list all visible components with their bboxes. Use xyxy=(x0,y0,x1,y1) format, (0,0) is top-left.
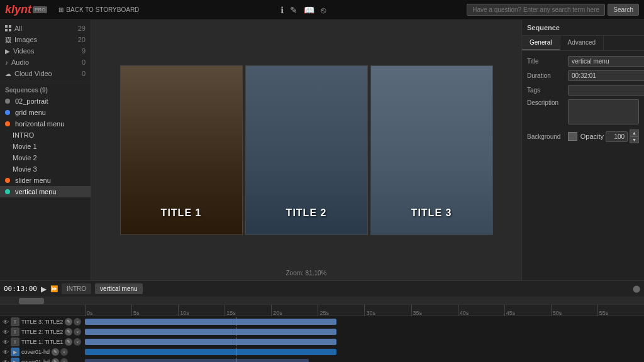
sidebar-item-movie3[interactable]: Movie 3 xyxy=(0,163,91,175)
sidebar: All 29 🖼Images 20 ▶Videos 9 ♪Audio 0 ☁Cl… xyxy=(0,20,91,280)
tags-input[interactable] xyxy=(568,85,644,96)
edit-icon[interactable]: ✎ xyxy=(290,5,297,15)
ruler-5s: 5s xyxy=(131,305,178,316)
sidebar-item-slidermenu[interactable]: slider menu xyxy=(0,175,91,186)
tab-general[interactable]: General xyxy=(522,36,560,50)
track1-edit[interactable]: ✎ xyxy=(65,338,72,346)
all-label: All xyxy=(14,25,22,32)
form-tags-row: Tags xyxy=(527,85,639,96)
track2-edit[interactable]: ✎ xyxy=(65,328,72,336)
back-to-storyboard-button[interactable]: ⊞ BACK TO STORYBOARD xyxy=(58,6,139,13)
trackvid2-timeline[interactable] xyxy=(85,358,644,362)
track1-timeline[interactable] xyxy=(85,337,644,346)
title-input[interactable] xyxy=(568,56,644,67)
logo: klyntPRO xyxy=(5,3,47,16)
ruler-15s: 15s xyxy=(225,305,271,316)
trackvid2-eye[interactable]: 👁 xyxy=(3,359,9,363)
trackvid2-controls: 👁 ▶ cover01-hd ✎ × xyxy=(0,358,85,362)
sidebar-cloud[interactable]: ☁Cloud Video 0 xyxy=(0,68,91,79)
video-icon: ▶ xyxy=(5,48,10,55)
trackvid1-eye[interactable]: 👁 xyxy=(3,349,9,356)
track2-del[interactable]: × xyxy=(74,328,81,336)
sidebar-item-verticalmenu[interactable]: vertical menu xyxy=(0,186,91,197)
share-icon[interactable]: ⎋ xyxy=(321,5,326,15)
description-textarea[interactable] xyxy=(568,99,639,124)
trackvid2-edit[interactable]: ✎ xyxy=(52,358,59,362)
trackvid1-del[interactable]: × xyxy=(60,348,68,356)
tab-advanced[interactable]: Advanced xyxy=(560,36,604,50)
sidebar-item-horizontalmenu[interactable]: horizontal menu xyxy=(0,118,91,129)
info-icon[interactable]: ℹ xyxy=(280,5,284,15)
card1-title: TITLE 1 xyxy=(121,207,242,219)
track3-timeline[interactable] xyxy=(85,317,644,326)
tab-vertical-menu[interactable]: vertical menu xyxy=(95,283,142,294)
sidebar-item-02portrait[interactable]: 02_portrait xyxy=(0,96,91,107)
track2-label: TITLE 2: TITLE2 xyxy=(21,329,63,335)
track2-timeline[interactable] xyxy=(85,327,644,336)
track3-del[interactable]: × xyxy=(74,318,81,326)
videos-count: 9 xyxy=(82,47,86,55)
timeline-header: 00:13:00 ▶ ⏩ INTRO vertical menu ⬤ xyxy=(0,281,644,297)
sidebar-all[interactable]: All 29 xyxy=(0,23,91,34)
play-button[interactable]: ▶ xyxy=(41,285,47,293)
background-swatch[interactable] xyxy=(568,132,577,141)
ruler-45s: 45s xyxy=(504,305,551,316)
search-area: Search xyxy=(467,4,639,16)
sidebar-item-movie2[interactable]: Movie 2 xyxy=(0,152,91,163)
card3-title: TITLE 3 xyxy=(371,207,492,219)
book-icon[interactable]: 📖 xyxy=(304,5,314,15)
duration-label: Duration xyxy=(527,72,568,79)
sidebar-item-movie1[interactable]: Movie 1 xyxy=(0,141,91,152)
trackvid1-edit[interactable]: ✎ xyxy=(52,348,59,356)
background-row: Background Opacity ▲ ▼ xyxy=(527,129,639,143)
image-icon: 🖼 xyxy=(5,36,11,43)
track1-type-icon: T xyxy=(11,337,19,346)
tab-intro[interactable]: INTRO xyxy=(62,283,91,294)
track3-type-icon: T xyxy=(11,317,19,326)
track3-edit[interactable]: ✎ xyxy=(65,318,72,326)
sidebar-item-intro[interactable]: INTRO xyxy=(0,129,91,141)
sidebar-item-gridmenu[interactable]: grid menu xyxy=(0,107,91,118)
track3-eye[interactable]: 👁 xyxy=(3,319,9,326)
preview-card-3[interactable]: TITLE 3 xyxy=(370,65,493,235)
track3-label: TITLE 3: TITLE2 xyxy=(21,319,63,325)
dot-horizontalmenu xyxy=(5,121,10,126)
ruler-55s: 55s xyxy=(597,305,644,316)
search-button[interactable]: Search xyxy=(608,4,639,16)
duration-input[interactable] xyxy=(568,70,644,81)
timeline: 00:13:00 ▶ ⏩ INTRO vertical menu ⬤ 0s 5s… xyxy=(0,280,644,362)
resize-handle[interactable]: · · · · · xyxy=(306,273,319,278)
dot-02portrait xyxy=(5,99,10,104)
trackvid1-controls: 👁 ▶ cover01-hd ✎ × xyxy=(0,348,85,356)
opacity-input[interactable] xyxy=(606,131,628,142)
trackvid2-del[interactable]: × xyxy=(60,358,68,362)
track2-type-icon: T xyxy=(11,327,19,336)
trackvid1-timeline[interactable] xyxy=(85,348,644,356)
track-title3: 👁 T TITLE 3: TITLE2 ✎ × xyxy=(0,317,644,326)
track1-controls: 👁 T TITLE 1: TITLE1 ✎ × xyxy=(0,337,85,346)
track1-del[interactable]: × xyxy=(74,338,81,346)
sidebar-videos[interactable]: ▶Videos 9 xyxy=(0,45,91,57)
timeline-scroll[interactable] xyxy=(0,297,644,305)
trackvid2-btns: ✎ × xyxy=(52,358,68,362)
opacity-down[interactable]: ▼ xyxy=(630,136,639,143)
track1-eye[interactable]: 👁 xyxy=(3,339,9,346)
track-video1: 👁 ▶ cover01-hd ✎ × xyxy=(0,348,644,356)
track1-label: TITLE 1: TITLE1 xyxy=(21,339,63,345)
all-count: 29 xyxy=(78,25,86,32)
search-input[interactable] xyxy=(467,4,605,16)
preview-card-2[interactable]: TITLE 2 xyxy=(245,65,368,235)
track2-eye[interactable]: 👁 xyxy=(3,329,9,336)
step-button[interactable]: ⏩ xyxy=(50,285,58,292)
sidebar-audio[interactable]: ♪Audio 0 xyxy=(0,57,91,68)
cloud-count: 0 xyxy=(82,70,86,77)
images-count: 20 xyxy=(78,36,86,43)
preview-card-1[interactable]: TITLE 1 xyxy=(120,65,243,235)
dot-slidermenu xyxy=(5,178,10,183)
sidebar-images[interactable]: 🖼Images 20 xyxy=(0,34,91,45)
main-area: All 29 🖼Images 20 ▶Videos 9 ♪Audio 0 ☁Cl… xyxy=(0,20,644,280)
opacity-up[interactable]: ▲ xyxy=(630,129,639,136)
audio-count: 0 xyxy=(82,58,86,66)
scroll-thumb[interactable] xyxy=(19,298,44,304)
right-panel: Sequence General Advanced Title Duration… xyxy=(521,20,644,280)
